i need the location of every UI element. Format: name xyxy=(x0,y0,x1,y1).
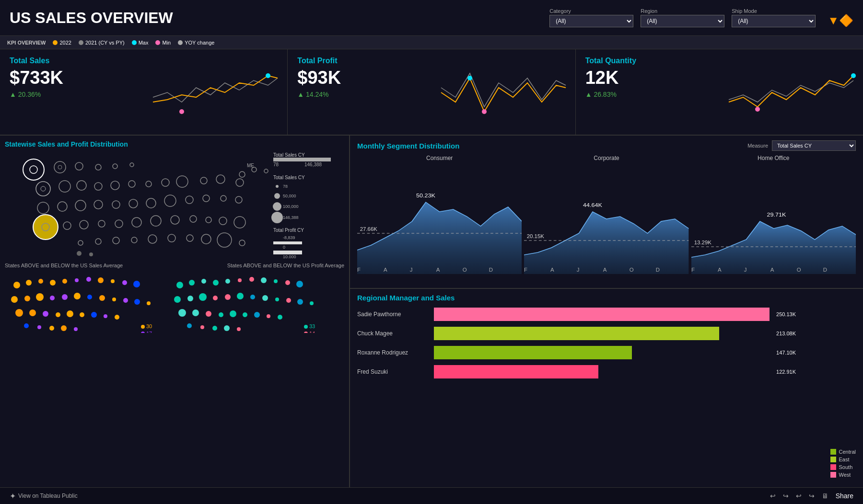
category-select[interactable]: (All) Furniture Office Supplies Technolo… xyxy=(549,15,633,27)
svg-point-48 xyxy=(115,220,123,228)
svg-point-141 xyxy=(199,293,207,301)
svg-point-38 xyxy=(164,195,176,206)
legend-south-label: South xyxy=(839,464,853,470)
tableau-link[interactable]: View on Tableau Public xyxy=(18,493,78,499)
svg-text:Total Sales CY: Total Sales CY xyxy=(273,153,305,158)
svg-point-100 xyxy=(36,293,44,301)
svg-point-152 xyxy=(192,309,199,316)
kpi-profit-sparkline xyxy=(436,54,571,121)
manager-bar-1: 213.08K xyxy=(434,327,770,340)
svg-text:30: 30 xyxy=(146,323,152,329)
svg-point-136 xyxy=(274,279,278,283)
svg-text:A: A xyxy=(550,267,555,273)
svg-point-101 xyxy=(50,296,55,300)
filter-bar: Category (All) Furniture Office Supplies… xyxy=(549,8,853,27)
manager-row-1: Chuck Magee 213.08K xyxy=(357,327,856,340)
svg-point-43 xyxy=(33,215,58,240)
svg-point-8 xyxy=(54,161,66,173)
monthly-segment-section: Monthly Segment Distribution Measure Tot… xyxy=(350,136,863,289)
svg-point-32 xyxy=(58,202,67,211)
svg-point-139 xyxy=(174,296,181,303)
forward-icon[interactable]: ↪ xyxy=(809,492,815,500)
svg-point-31 xyxy=(37,202,49,214)
svg-point-98 xyxy=(11,296,18,303)
corporate-title: Corporate xyxy=(524,155,688,161)
svg-rect-68 xyxy=(273,158,331,161)
back-icon[interactable]: ↩ xyxy=(796,492,802,500)
svg-text:J: J xyxy=(577,267,580,273)
svg-point-153 xyxy=(206,311,211,317)
manager-name-1: Chuck Magee xyxy=(357,330,434,337)
svg-point-110 xyxy=(15,309,23,317)
legend-central-color xyxy=(830,449,836,455)
legend-central-label: Central xyxy=(839,449,856,455)
manager-row-0: Sadie Pawthorne 250.13K xyxy=(357,308,856,321)
svg-point-0 xyxy=(266,73,270,78)
svg-point-39 xyxy=(186,196,193,204)
segment-charts: Consumer 50.23K xyxy=(357,155,856,279)
svg-text:27.66K: 27.66K xyxy=(360,227,378,232)
bar-fill-3 xyxy=(434,365,598,378)
profit-above-below-label: States ABOVE and BELOW the US Profit Ave… xyxy=(227,263,344,268)
manager-row-3: Fred Suzuki 122.91K xyxy=(357,365,856,378)
svg-point-10 xyxy=(75,162,83,170)
svg-point-137 xyxy=(285,280,290,285)
profit-dotmap: 33 14 xyxy=(168,271,331,333)
header: US SALES OVERVIEW Category (All) Furnitu… xyxy=(0,0,863,36)
region-select[interactable]: (All) Central East South West xyxy=(641,15,724,27)
svg-point-145 xyxy=(250,295,255,299)
svg-point-133 xyxy=(238,278,242,282)
measure-select[interactable]: Total Sales CY Total Profit CY Total Qua… xyxy=(772,140,856,151)
svg-point-36 xyxy=(129,199,138,208)
share-button[interactable]: Share xyxy=(836,492,853,500)
svg-point-109 xyxy=(147,301,151,305)
svg-point-6 xyxy=(23,159,44,180)
shipmode-filter-group: Ship Mode (All) First Class Same Day Sec… xyxy=(732,8,816,27)
svg-point-73 xyxy=(276,185,279,188)
right-panel: Monthly Segment Distribution Measure Tot… xyxy=(350,136,863,487)
svg-point-105 xyxy=(99,295,105,301)
redo-icon[interactable]: ↪ xyxy=(783,492,789,500)
svg-point-54 xyxy=(219,217,227,225)
svg-text:146,388: 146,388 xyxy=(283,215,299,220)
svg-point-144 xyxy=(237,293,244,299)
svg-point-118 xyxy=(115,315,119,320)
svg-point-167 xyxy=(304,325,308,329)
svg-point-51 xyxy=(171,216,179,224)
svg-point-96 xyxy=(122,280,127,285)
shipmode-select[interactable]: (All) First Class Same Day Second Class … xyxy=(732,15,816,27)
svg-point-13 xyxy=(130,163,134,167)
legend-east: East xyxy=(830,457,856,462)
svg-point-97 xyxy=(133,281,140,287)
corporate-chart: 44.64K 20.15K F A J A O D xyxy=(524,164,688,274)
svg-point-131 xyxy=(213,280,219,286)
svg-point-143 xyxy=(225,294,231,300)
svg-text:J: J xyxy=(410,267,413,273)
legend-east-label: East xyxy=(839,457,850,462)
monthly-segment-title: Monthly Segment Distribution xyxy=(357,142,459,150)
monitor-icon[interactable]: 🖥 xyxy=(822,492,828,500)
svg-point-90 xyxy=(50,280,56,286)
legend-east-color xyxy=(830,457,836,462)
legend-2022-dot xyxy=(53,40,58,45)
svg-text:0: 0 xyxy=(283,245,285,250)
svg-point-34 xyxy=(94,200,103,209)
svg-text:O: O xyxy=(796,267,801,273)
svg-point-62 xyxy=(187,235,193,241)
undo-icon[interactable]: ↩ xyxy=(770,492,776,500)
svg-rect-85 xyxy=(273,251,302,254)
filter-icon: ▼🔶 xyxy=(828,14,853,27)
kpi-sales: Total Sales $733K 20.36% xyxy=(0,49,288,135)
sales-above-below-label: States ABOVE and BELOW the US Sales Aver… xyxy=(5,263,123,268)
homeoffice-chart: 29.71K 13.29K F A J A O D xyxy=(691,164,856,274)
measure-label: Measure xyxy=(747,143,768,149)
svg-point-113 xyxy=(56,312,60,317)
manager-name-3: Fred Suzuki xyxy=(357,368,434,375)
kpi-row: Total Sales $733K 20.36% Total Profit $9… xyxy=(0,49,863,136)
svg-point-22 xyxy=(94,183,102,190)
svg-point-25 xyxy=(146,181,152,187)
svg-text:D: D xyxy=(656,267,660,273)
svg-text:A: A xyxy=(436,267,441,273)
svg-point-15 xyxy=(239,172,245,177)
legend-yoy-label: YOY change xyxy=(185,40,214,46)
